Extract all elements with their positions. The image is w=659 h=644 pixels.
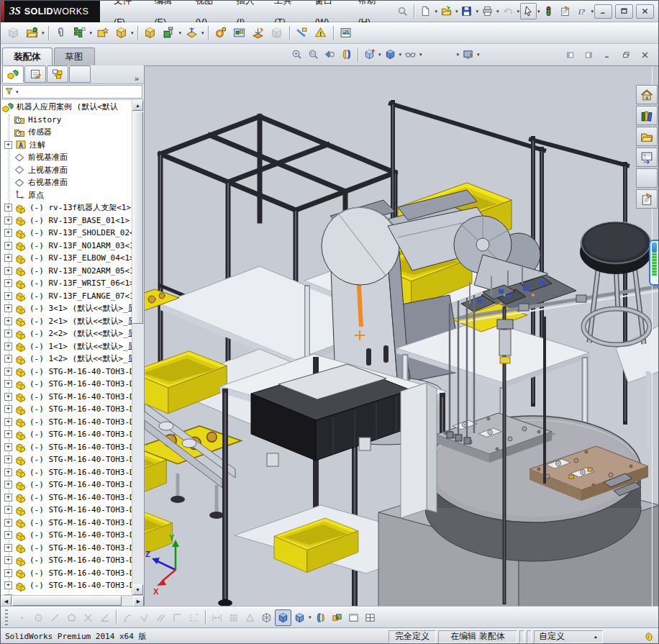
wireframe-icon[interactable] [258, 609, 275, 626]
help-icon[interactable]: l? [573, 3, 590, 19]
new-document-icon[interactable] [417, 3, 434, 19]
tree-item[interactable]: +(-) STG-M-16-40-TOH3-D_ [1, 453, 132, 466]
exploded-view-icon[interactable] [230, 24, 249, 42]
move-component-icon[interactable] [112, 24, 130, 42]
doc-restore-button[interactable] [618, 48, 634, 61]
expand-toggle[interactable]: + [4, 393, 12, 401]
select-cursor-dropdown[interactable]: ▾ [537, 9, 540, 14]
scroll-right-button[interactable]: ▶ [133, 596, 144, 607]
magnifier-slider[interactable] [649, 240, 658, 286]
shaded-edges-icon[interactable] [291, 609, 308, 626]
tree-item[interactable]: +(-) STG-M-16-40-TOH3-D_ [1, 366, 132, 378]
tree-item[interactable]: +(-) STG-M-16-40-TOH3-D_ [1, 378, 132, 391]
expand-toggle[interactable]: + [4, 355, 12, 363]
tree-item[interactable]: +(-) STG-M-16-40-TOH3-D_ [1, 529, 132, 542]
expand-toggle[interactable]: + [4, 481, 12, 489]
tree-item[interactable]: +(-) 2<1> (默认<<默认>_显 [1, 315, 132, 328]
expand-toggle[interactable]: + [4, 317, 12, 325]
fm-tab-propertymanager[interactable] [24, 65, 46, 83]
scroll-thumb-h[interactable] [12, 596, 122, 606]
tree-item[interactable]: +(-) STG-M-16-40-TOH3-D_ [1, 517, 132, 530]
view-orientation-icon[interactable] [361, 46, 378, 63]
graphics-viewport[interactable]: Y Z X [145, 65, 658, 607]
view-palette-button[interactable] [636, 148, 658, 167]
reference-geometry-icon[interactable] [182, 24, 201, 42]
tree-item[interactable]: 上视基准面 [1, 164, 132, 177]
sketch-polygon-icon[interactable] [63, 609, 80, 626]
tree-item[interactable]: +(-) 2<2> (默认<<默认>_显 [1, 327, 132, 340]
expand-toggle[interactable]: + [4, 468, 12, 476]
tree-item[interactable]: 右视基准面 [1, 176, 132, 189]
sketch-check-icon[interactable] [136, 609, 153, 626]
tree-item[interactable]: 原点 [1, 189, 132, 202]
tree-item[interactable]: +(-) STG-M-16-40-TOH3-D_ [1, 554, 132, 567]
insert-component-icon[interactable] [4, 24, 22, 42]
expand-toggle[interactable]: + [4, 556, 12, 564]
grid-icon[interactable] [225, 609, 242, 626]
tree-item[interactable]: +(-) STG-M-16-40-TOH3-D_ [1, 428, 132, 441]
expand-toggle[interactable]: + [4, 343, 12, 350]
expand-toggle[interactable]: + [4, 242, 12, 250]
move-component-dropdown[interactable]: ▾ [131, 30, 134, 36]
window-close-button[interactable] [636, 4, 654, 19]
design-library-button[interactable] [636, 106, 658, 125]
interference-detection-icon[interactable]: ! [312, 24, 330, 42]
pane-left-button[interactable] [562, 48, 578, 61]
tree-item[interactable]: +(-) STG-M-16-40-TOH3-D_ [1, 416, 132, 429]
expand-toggle[interactable]: + [4, 594, 12, 595]
tab-assembly[interactable]: 装配体 [2, 47, 53, 65]
section-view-icon[interactable] [338, 46, 355, 63]
open-document-dropdown[interactable]: ▾ [455, 9, 458, 14]
scroll-left-button[interactable]: ◀ [1, 596, 12, 607]
interference-icon[interactable] [329, 609, 345, 626]
tree-item[interactable]: +(-) STG-M-16-40-TOH3-D_ [1, 441, 132, 454]
shaded-icon[interactable] [275, 609, 291, 626]
appearances-button[interactable] [636, 168, 658, 188]
expand-toggle[interactable]: + [4, 304, 12, 312]
file-explorer-button[interactable] [636, 127, 658, 146]
show-hidden-icon[interactable] [141, 24, 160, 42]
tree-item[interactable]: +(-) STG-M-16-40-TOH3-D_ [1, 479, 132, 491]
toolbar-drag-handle[interactable] [5, 609, 8, 625]
edit-appearance-icon[interactable] [423, 46, 440, 63]
fm-tab-featuremanager[interactable] [2, 65, 24, 83]
save-icon[interactable] [458, 3, 475, 19]
apply-scene-icon[interactable] [440, 46, 456, 63]
new-document-dropdown[interactable]: ▾ [435, 9, 437, 14]
expand-toggle[interactable]: + [4, 581, 12, 589]
photo-view-icon[interactable] [337, 24, 355, 42]
view-orientation-dropdown[interactable]: ▾ [378, 52, 381, 58]
sketch-circle-icon[interactable] [30, 609, 47, 626]
scroll-down-button[interactable]: ▼ [132, 584, 143, 595]
expand-toggle[interactable]: + [4, 430, 12, 438]
tree-item[interactable]: +(-) RV-13F_SHOLDER_02<1 [1, 227, 132, 240]
custom-properties-button[interactable] [636, 189, 658, 209]
doc-close-button[interactable] [637, 48, 653, 61]
open-part-icon[interactable] [22, 24, 41, 42]
component-pattern-icon[interactable] [71, 24, 89, 42]
tree-filter[interactable]: ▾ [2, 85, 142, 99]
help-dropdown[interactable]: ▾ [591, 9, 594, 14]
section-toggle-icon[interactable] [312, 609, 329, 626]
tree-item[interactable]: +(-) STG-M-16-40-TOH3-D_ [1, 542, 132, 555]
expand-toggle[interactable]: + [4, 217, 12, 225]
tree-item[interactable]: 机器人应用案例 (默认<默认 [1, 101, 132, 114]
tree-item[interactable]: +(-) RV-13F_ELBOW_04<1> [1, 252, 132, 265]
expand-toggle[interactable]: + [4, 292, 12, 300]
hide-show-items-dropdown[interactable]: ▾ [419, 52, 422, 58]
expand-toggle[interactable]: + [4, 330, 12, 337]
tree-item[interactable]: +A注解 [1, 139, 132, 152]
reference-geometry-dropdown[interactable]: ▾ [201, 30, 204, 36]
status-tag-icon[interactable] [642, 632, 657, 642]
design-review-icon[interactable] [293, 24, 312, 42]
tree-item[interactable]: +(-) RV-13F_WRIST_06<1> [1, 277, 132, 290]
view-settings-dropdown[interactable]: ▾ [477, 52, 480, 58]
save-dropdown[interactable]: ▾ [476, 9, 478, 14]
instant-3d-icon[interactable] [249, 24, 268, 42]
tree-item[interactable]: +(-) STG-M-16-40-TOH3-D_ [1, 504, 132, 517]
print-icon[interactable] [479, 3, 496, 19]
sw-resources-button[interactable] [636, 85, 658, 104]
window-minimize-button[interactable] [594, 4, 612, 19]
assembly-features-dropdown[interactable]: ▾ [179, 30, 182, 36]
expand-toggle[interactable]: + [4, 569, 12, 577]
